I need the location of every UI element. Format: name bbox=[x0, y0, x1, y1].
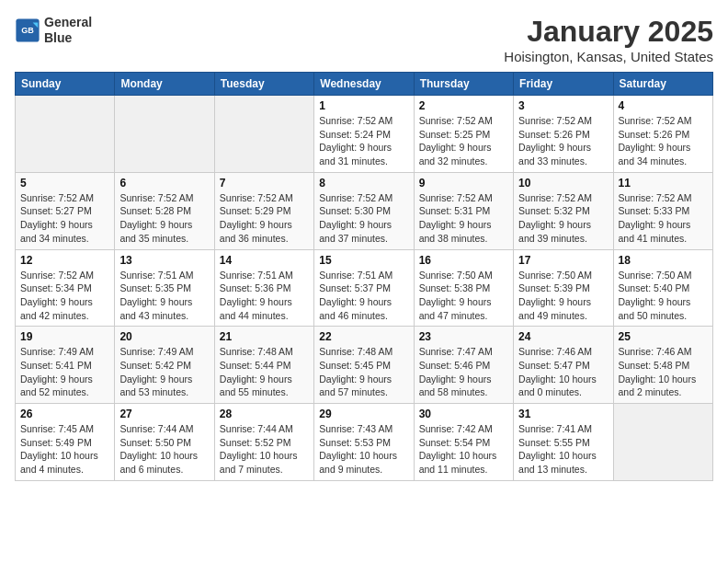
day-number: 31 bbox=[518, 408, 608, 420]
day-number: 5 bbox=[20, 177, 109, 190]
calendar-cell: 13Sunrise: 7:51 AM Sunset: 5:35 PM Dayli… bbox=[115, 249, 214, 327]
calendar-cell: 26Sunrise: 7:45 AM Sunset: 5:49 PM Dayli… bbox=[16, 404, 115, 481]
calendar-cell: 7Sunrise: 7:52 AM Sunset: 5:29 PM Daylig… bbox=[214, 172, 313, 249]
day-info: Sunrise: 7:44 AM Sunset: 5:50 PM Dayligh… bbox=[119, 422, 209, 477]
calendar-cell: 6Sunrise: 7:52 AM Sunset: 5:28 PM Daylig… bbox=[115, 172, 214, 249]
calendar-cell: 9Sunrise: 7:52 AM Sunset: 5:31 PM Daylig… bbox=[414, 172, 513, 249]
calendar-cell: 3Sunrise: 7:52 AM Sunset: 5:26 PM Daylig… bbox=[514, 96, 613, 173]
calendar-cell bbox=[613, 404, 712, 481]
calendar-title: January 2025 bbox=[504, 15, 713, 49]
calendar-cell: 29Sunrise: 7:43 AM Sunset: 5:53 PM Dayli… bbox=[314, 404, 414, 481]
calendar-cell: 21Sunrise: 7:48 AM Sunset: 5:44 PM Dayli… bbox=[214, 327, 313, 404]
calendar-cell: 2Sunrise: 7:52 AM Sunset: 5:25 PM Daylig… bbox=[414, 96, 513, 173]
day-info: Sunrise: 7:51 AM Sunset: 5:35 PM Dayligh… bbox=[119, 269, 209, 323]
day-info: Sunrise: 7:49 AM Sunset: 5:41 PM Dayligh… bbox=[20, 345, 109, 399]
calendar-cell: 16Sunrise: 7:50 AM Sunset: 5:38 PM Dayli… bbox=[414, 249, 513, 327]
calendar-header: SundayMondayTuesdayWednesdayThursdayFrid… bbox=[16, 73, 713, 96]
calendar-cell: 27Sunrise: 7:44 AM Sunset: 5:50 PM Dayli… bbox=[115, 404, 214, 481]
calendar-cell: 24Sunrise: 7:46 AM Sunset: 5:47 PM Dayli… bbox=[514, 327, 613, 404]
day-number: 11 bbox=[619, 177, 708, 190]
day-info: Sunrise: 7:52 AM Sunset: 5:29 PM Dayligh… bbox=[220, 191, 309, 246]
calendar-cell bbox=[214, 96, 313, 173]
calendar-cell: 23Sunrise: 7:47 AM Sunset: 5:46 PM Dayli… bbox=[414, 327, 513, 404]
day-number: 29 bbox=[319, 408, 408, 420]
calendar-week-4: 19Sunrise: 7:49 AM Sunset: 5:41 PM Dayli… bbox=[16, 327, 713, 404]
day-info: Sunrise: 7:52 AM Sunset: 5:26 PM Dayligh… bbox=[619, 114, 708, 168]
calendar-cell: 19Sunrise: 7:49 AM Sunset: 5:41 PM Dayli… bbox=[16, 327, 115, 404]
calendar-cell: 31Sunrise: 7:41 AM Sunset: 5:55 PM Dayli… bbox=[514, 404, 613, 481]
day-info: Sunrise: 7:51 AM Sunset: 5:37 PM Dayligh… bbox=[319, 269, 408, 323]
day-info: Sunrise: 7:52 AM Sunset: 5:28 PM Dayligh… bbox=[119, 191, 209, 246]
day-number: 2 bbox=[419, 99, 508, 112]
day-number: 13 bbox=[119, 254, 209, 267]
calendar-body: 1Sunrise: 7:52 AM Sunset: 5:24 PM Daylig… bbox=[16, 96, 713, 481]
day-number: 10 bbox=[518, 177, 608, 190]
logo-text: General Blue bbox=[44, 15, 92, 46]
calendar-cell: 8Sunrise: 7:52 AM Sunset: 5:30 PM Daylig… bbox=[314, 172, 414, 249]
day-info: Sunrise: 7:52 AM Sunset: 5:32 PM Dayligh… bbox=[518, 191, 608, 246]
day-number: 14 bbox=[220, 254, 309, 267]
day-number: 12 bbox=[20, 254, 109, 267]
calendar-week-1: 1Sunrise: 7:52 AM Sunset: 5:24 PM Daylig… bbox=[16, 96, 713, 173]
calendar-week-3: 12Sunrise: 7:52 AM Sunset: 5:34 PM Dayli… bbox=[16, 249, 713, 327]
day-number: 26 bbox=[20, 408, 109, 420]
day-info: Sunrise: 7:47 AM Sunset: 5:46 PM Dayligh… bbox=[419, 345, 508, 399]
day-number: 19 bbox=[20, 330, 109, 343]
day-number: 30 bbox=[419, 408, 508, 420]
day-info: Sunrise: 7:46 AM Sunset: 5:47 PM Dayligh… bbox=[518, 345, 608, 399]
day-number: 20 bbox=[119, 330, 209, 343]
day-info: Sunrise: 7:44 AM Sunset: 5:52 PM Dayligh… bbox=[220, 422, 309, 477]
day-info: Sunrise: 7:49 AM Sunset: 5:42 PM Dayligh… bbox=[119, 345, 209, 399]
day-number: 6 bbox=[119, 177, 209, 190]
day-info: Sunrise: 7:43 AM Sunset: 5:53 PM Dayligh… bbox=[319, 422, 408, 477]
calendar-week-2: 5Sunrise: 7:52 AM Sunset: 5:27 PM Daylig… bbox=[16, 172, 713, 249]
weekday-header-sunday: Sunday bbox=[16, 73, 115, 96]
weekday-header-monday: Monday bbox=[115, 73, 214, 96]
calendar-week-5: 26Sunrise: 7:45 AM Sunset: 5:49 PM Dayli… bbox=[16, 404, 713, 481]
page-header: GB General Blue January 2025 Hoisington,… bbox=[15, 15, 713, 64]
calendar-cell: 25Sunrise: 7:46 AM Sunset: 5:48 PM Dayli… bbox=[613, 327, 712, 404]
day-number: 27 bbox=[119, 408, 209, 420]
day-info: Sunrise: 7:50 AM Sunset: 5:40 PM Dayligh… bbox=[619, 269, 708, 323]
calendar-cell: 30Sunrise: 7:42 AM Sunset: 5:54 PM Dayli… bbox=[414, 404, 513, 481]
calendar-cell bbox=[16, 96, 115, 173]
day-number: 25 bbox=[619, 330, 708, 343]
calendar-cell: 20Sunrise: 7:49 AM Sunset: 5:42 PM Dayli… bbox=[115, 327, 214, 404]
logo-icon: GB bbox=[15, 17, 40, 43]
day-number: 16 bbox=[419, 254, 508, 267]
calendar-cell: 4Sunrise: 7:52 AM Sunset: 5:26 PM Daylig… bbox=[613, 96, 712, 173]
day-info: Sunrise: 7:41 AM Sunset: 5:55 PM Dayligh… bbox=[518, 422, 608, 477]
calendar-cell: 14Sunrise: 7:51 AM Sunset: 5:36 PM Dayli… bbox=[214, 249, 313, 327]
day-info: Sunrise: 7:50 AM Sunset: 5:38 PM Dayligh… bbox=[419, 269, 508, 323]
day-info: Sunrise: 7:45 AM Sunset: 5:49 PM Dayligh… bbox=[20, 422, 109, 477]
weekday-header-thursday: Thursday bbox=[414, 73, 513, 96]
day-number: 4 bbox=[619, 99, 708, 112]
day-info: Sunrise: 7:42 AM Sunset: 5:54 PM Dayligh… bbox=[419, 422, 508, 477]
title-block: January 2025 Hoisington, Kansas, United … bbox=[504, 15, 713, 64]
svg-text:GB: GB bbox=[21, 26, 34, 35]
calendar-cell: 22Sunrise: 7:48 AM Sunset: 5:45 PM Dayli… bbox=[314, 327, 414, 404]
calendar-cell: 18Sunrise: 7:50 AM Sunset: 5:40 PM Dayli… bbox=[613, 249, 712, 327]
day-info: Sunrise: 7:52 AM Sunset: 5:27 PM Dayligh… bbox=[20, 191, 109, 246]
day-number: 28 bbox=[220, 408, 309, 420]
day-info: Sunrise: 7:48 AM Sunset: 5:44 PM Dayligh… bbox=[220, 345, 309, 399]
day-info: Sunrise: 7:52 AM Sunset: 5:33 PM Dayligh… bbox=[619, 191, 708, 246]
weekday-header-row: SundayMondayTuesdayWednesdayThursdayFrid… bbox=[16, 73, 713, 96]
day-info: Sunrise: 7:52 AM Sunset: 5:24 PM Dayligh… bbox=[319, 114, 408, 168]
day-number: 9 bbox=[419, 177, 508, 190]
day-number: 7 bbox=[220, 177, 309, 190]
day-number: 3 bbox=[518, 99, 608, 112]
calendar-cell bbox=[115, 96, 214, 173]
calendar-cell: 17Sunrise: 7:50 AM Sunset: 5:39 PM Dayli… bbox=[514, 249, 613, 327]
day-number: 21 bbox=[220, 330, 309, 343]
day-number: 1 bbox=[319, 99, 408, 112]
day-info: Sunrise: 7:52 AM Sunset: 5:34 PM Dayligh… bbox=[20, 269, 109, 323]
day-number: 23 bbox=[419, 330, 508, 343]
day-number: 22 bbox=[319, 330, 408, 343]
day-number: 18 bbox=[619, 254, 708, 267]
day-number: 8 bbox=[319, 177, 408, 190]
calendar-cell: 12Sunrise: 7:52 AM Sunset: 5:34 PM Dayli… bbox=[16, 249, 115, 327]
weekday-header-saturday: Saturday bbox=[613, 73, 712, 96]
day-info: Sunrise: 7:50 AM Sunset: 5:39 PM Dayligh… bbox=[518, 269, 608, 323]
day-info: Sunrise: 7:52 AM Sunset: 5:30 PM Dayligh… bbox=[319, 191, 408, 246]
